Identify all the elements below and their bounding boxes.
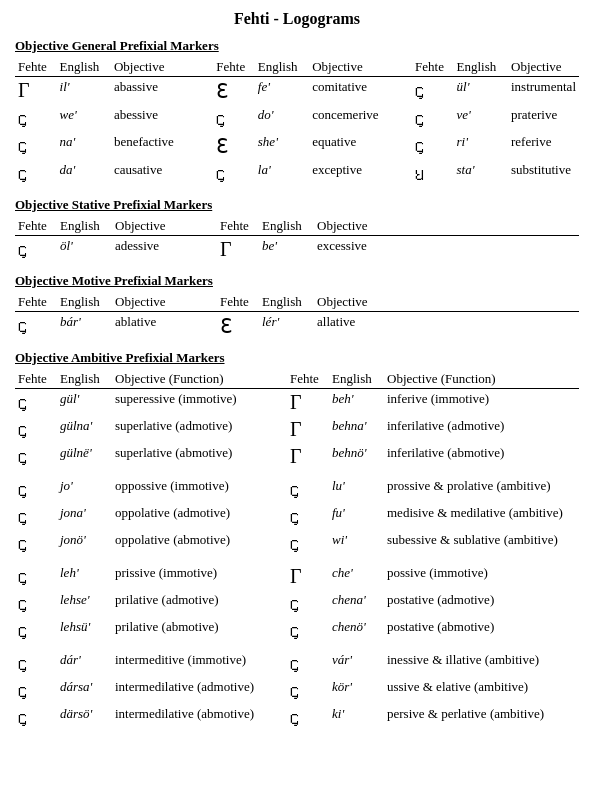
table-row: ꞔbár'ablativeƐlér'allative: [15, 312, 579, 341]
objective-cell: allative: [314, 312, 579, 341]
objective-cell: inferive (immotive): [384, 389, 579, 417]
th-obj3: Objective: [508, 58, 579, 77]
fehte-cell: ꞔ: [15, 105, 57, 132]
english-cell: il': [57, 77, 111, 106]
objective-cell: subessive & sublative (ambitive): [384, 530, 579, 557]
table-row: ꞔgülnë'superlative (abmotive)Γbehnö'infe…: [15, 443, 579, 470]
fehte-cell: ꞔ: [15, 617, 57, 644]
objective-cell: substitutive: [508, 160, 579, 187]
th-a-obj2: Objective (Function): [384, 370, 579, 389]
fehte-cell: ꞔ: [15, 503, 57, 530]
objective-cell: adessive: [112, 236, 217, 264]
table-row: ꞔlehsü'prilative (abmotive)ꞔchenö'postat…: [15, 617, 579, 644]
english-cell: leh': [57, 563, 112, 590]
th-obj2: Objective: [309, 58, 412, 77]
th-a-fehte2: Fehte: [287, 370, 329, 389]
fehte-cell: ꞔ: [287, 590, 329, 617]
english-cell: fe': [255, 77, 309, 106]
objective-cell: oppolative (admotive): [112, 503, 287, 530]
english-cell: behna': [329, 416, 384, 443]
fehte-cell: ꞔ: [412, 105, 454, 132]
objective-cell: exceptive: [309, 160, 412, 187]
fehte-cell: ꞔ: [15, 563, 57, 590]
objective-cell: prilative (abmotive): [112, 617, 287, 644]
th-a-obj1: Objective (Function): [112, 370, 287, 389]
fehte-cell: ꞔ: [213, 105, 255, 132]
english-cell: we': [57, 105, 111, 132]
english-cell: bár': [57, 312, 112, 341]
english-cell: wi': [329, 530, 384, 557]
english-cell: dársa': [57, 677, 112, 704]
objective-cell: equative: [309, 132, 412, 160]
objective-cell: abassive: [111, 77, 213, 106]
english-cell: jo': [57, 476, 112, 503]
table-row: ꞔjonö'oppolative (abmotive)ꞔwi'subessive…: [15, 530, 579, 557]
stative-table: Fehte English Objective Fehte English Ob…: [15, 217, 579, 263]
fehte-cell: ꞔ: [15, 416, 57, 443]
english-cell: lér': [259, 312, 314, 341]
english-cell: gülnë': [57, 443, 112, 470]
fehte-cell: Γ: [217, 236, 259, 264]
english-cell: dár': [57, 650, 112, 677]
th-s-fehte2: Fehte: [217, 217, 259, 236]
th-s-obj2: Objective: [314, 217, 579, 236]
fehte-cell: Γ: [287, 563, 329, 590]
general-table: Fehte English Objective Fehte English Ob…: [15, 58, 579, 187]
fehte-cell: Ɛ: [213, 77, 255, 106]
ambitive-table: Fehte English Objective (Function) Fehte…: [15, 370, 579, 731]
english-cell: sta': [454, 160, 508, 187]
section-motive: Objective Motive Prefixial Markers Fehte…: [15, 273, 579, 340]
fehte-cell: Ɛ: [213, 132, 255, 160]
th-english2: English: [255, 58, 309, 77]
objective-cell: prissive (immotive): [112, 563, 287, 590]
section-general: Objective General Prefixial Markers Feht…: [15, 38, 579, 187]
english-cell: chena': [329, 590, 384, 617]
table-row: ꞔdärsö'intermedilative (abmotive)ꞔki'per…: [15, 704, 579, 731]
section-ambitive-title: Objective Ambitive Prefixial Markers: [15, 350, 579, 366]
objective-cell: inferilative (abmotive): [384, 443, 579, 470]
objective-cell: causative: [111, 160, 213, 187]
fehte-cell: ꞔ: [15, 704, 57, 731]
fehte-cell: ꞔ: [287, 476, 329, 503]
table-row: ꞔlehse'prilative (admotive)ꞔchena'postat…: [15, 590, 579, 617]
english-cell: la': [255, 160, 309, 187]
objective-cell: excessive: [314, 236, 579, 264]
objective-cell: intermedilative (abmotive): [112, 704, 287, 731]
fehte-cell: ꞔ: [412, 132, 454, 160]
page-title: Fehti - Logograms: [15, 10, 579, 28]
th-m-english1: English: [57, 293, 112, 312]
table-row: ꞔgülna'superlative (admotive)Γbehna'infe…: [15, 416, 579, 443]
fehte-cell: ꞔ: [15, 443, 57, 470]
section-ambitive: Objective Ambitive Prefixial Markers Feh…: [15, 350, 579, 731]
fehte-cell: Γ: [287, 443, 329, 470]
english-cell: ki': [329, 704, 384, 731]
th-a-english2: English: [329, 370, 384, 389]
fehte-cell: ꞔ: [15, 476, 57, 503]
table-row: ꞔjo'oppossive (immotive)ꞔlu'prossive & p…: [15, 476, 579, 503]
objective-cell: concemerive: [309, 105, 412, 132]
objective-cell: referive: [508, 132, 579, 160]
table-row: ꞔna'benefactiveƐshe'equativeꞔri'referive: [15, 132, 579, 160]
fehte-cell: ꞔ: [15, 590, 57, 617]
english-cell: därsö': [57, 704, 112, 731]
table-row: ꞔdár'intermeditive (immotive)ꞔvár'inessi…: [15, 650, 579, 677]
english-cell: na': [57, 132, 111, 160]
fehte-cell: ꞔ: [287, 530, 329, 557]
objective-cell: superlative (admotive): [112, 416, 287, 443]
objective-cell: superessive (immotive): [112, 389, 287, 417]
objective-cell: postative (admotive): [384, 590, 579, 617]
english-cell: jonö': [57, 530, 112, 557]
objective-cell: inessive & illative (ambitive): [384, 650, 579, 677]
english-cell: gül': [57, 389, 112, 417]
section-stative-title: Objective Stative Prefixial Markers: [15, 197, 579, 213]
objective-cell: oppolative (abmotive): [112, 530, 287, 557]
th-m-english2: English: [259, 293, 314, 312]
table-row: ꞔleh'prissive (immotive)Γche'possive (im…: [15, 563, 579, 590]
objective-cell: possive (immotive): [384, 563, 579, 590]
fehte-cell: ꞔ: [15, 160, 57, 187]
objective-cell: superlative (abmotive): [112, 443, 287, 470]
english-cell: ve': [454, 105, 508, 132]
objective-cell: comitative: [309, 77, 412, 106]
fehte-cell: ꞔ: [15, 312, 57, 341]
objective-cell: oppossive (immotive): [112, 476, 287, 503]
